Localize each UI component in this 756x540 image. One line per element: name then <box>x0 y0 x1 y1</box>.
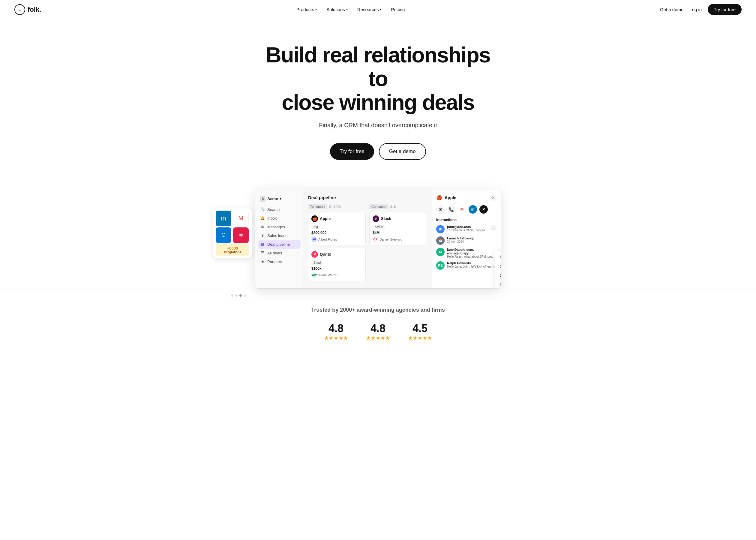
rating-number-1: 4.8 <box>324 322 348 335</box>
sidebar-item-inbox[interactable]: 🔔 Inbox <box>255 214 303 222</box>
deal-name-apple: 🍎 Apple <box>312 215 362 222</box>
demo-app-card: A Acme ▾ 🔍 Search 🔔 Inbox ✉ Messages <box>255 190 501 289</box>
apple-logo: 🍎 <box>312 215 318 222</box>
logo-face: ☺ <box>18 7 22 12</box>
hero-subtitle: Finally, a CRM that doesn't overcomplica… <box>6 122 750 129</box>
dot-1[interactable] <box>231 294 233 297</box>
pipeline-title: Deal pipeline <box>308 195 427 200</box>
get-demo-button[interactable]: Get a demo <box>660 7 684 12</box>
sidebar-item-messages[interactable]: ✉ Messages <box>255 222 303 231</box>
interaction-msg-4: Hello Jane, John, let's kick-off early..… <box>447 265 496 268</box>
nav-pricing[interactable]: Pricing <box>391 7 405 12</box>
interaction-more-1[interactable]: ··· <box>490 225 496 231</box>
pipeline-main: Deal pipeline To contact $1,300K 🍎 Apple <box>303 190 432 288</box>
context-menu: Find email Send email Call New note New … <box>495 250 501 289</box>
avatar-re: RE <box>436 261 444 270</box>
deal-tag-smes: SMEs <box>373 225 385 229</box>
phone-action-icon[interactable]: 📞 <box>447 205 455 213</box>
hero-title: Build real relationships to close winnin… <box>258 43 498 115</box>
try-free-button-nav[interactable]: Try for free <box>708 4 742 15</box>
context-call[interactable]: Call <box>495 271 501 280</box>
assignee-avatar-af: AF <box>312 237 317 242</box>
column-header-contacted: Contacted $1K <box>369 204 427 209</box>
deal-name-slack: # Slack <box>373 215 424 222</box>
interactions-title: Interactions <box>436 218 496 222</box>
chevron-down-icon: ▾ <box>380 8 381 11</box>
gmail-action-icon[interactable]: M <box>458 205 466 213</box>
nav-products[interactable]: Products ▾ <box>297 7 317 12</box>
message-icon: ✉ <box>260 225 265 229</box>
sidebar-item-deal-pipeline[interactable]: ▦ Deal pipeline <box>258 240 301 249</box>
nav-resources[interactable]: Resources ▾ <box>357 7 382 12</box>
sidebar-item-label: Inbox <box>267 216 277 220</box>
deal-name-qonto: ✕ Qonto <box>312 251 362 258</box>
interaction-date-2: 20 Apr, 2024 <box>447 240 496 243</box>
workspace-header[interactable]: A Acme ▾ <box>255 195 303 205</box>
app-sidebar: A Acme ▾ 🔍 Search 🔔 Inbox ✉ Messages <box>255 190 303 288</box>
hero-ctas: Try for free Get a demo <box>6 143 750 160</box>
carousel-dots <box>231 294 246 297</box>
apple-brand-icon: 🍎 <box>436 195 442 201</box>
dot-4[interactable] <box>244 294 246 297</box>
context-new-note[interactable]: New note <box>495 280 501 289</box>
partners-icon: ◈ <box>260 259 265 264</box>
ratings-row: 4.8 ★★★★★ 4.8 ★★★★★ 4.5 ★★★★★ <box>6 322 750 341</box>
integrations-more: +6000 Integrations <box>216 244 249 256</box>
integrations-float-card: in M O ✲ +6000 Integrations <box>213 208 252 258</box>
column-amount-contacted: $1K <box>390 205 396 208</box>
twitter-action-icon[interactable]: ✕ <box>479 205 488 213</box>
nav-solutions[interactable]: Solutions ▾ <box>326 7 348 12</box>
column-to-contact: To contact $1,300K 🍎 Apple Big $800,000 <box>308 204 366 284</box>
dot-2[interactable] <box>235 294 238 297</box>
linkedin-action-icon[interactable]: in <box>469 205 477 213</box>
interaction-item-2: 📅 Launch follow-up 20 Apr, 2024 <box>436 236 496 245</box>
context-send-email[interactable]: Send email <box>495 262 501 271</box>
get-demo-button-hero[interactable]: Get a demo <box>379 143 426 160</box>
sidebar-item-sales-leads[interactable]: $ Sales leads <box>255 231 303 240</box>
deal-amount-qonto: $100k <box>312 266 362 271</box>
sidebar-item-search[interactable]: 🔍 Search <box>255 205 303 214</box>
deal-assignee-apple: AF Albert Flores <box>312 237 362 242</box>
deal-tag-small: Small <box>312 260 323 265</box>
rating-item-3: 4.5 ★★★★★ <box>408 322 432 341</box>
deal-card-qonto[interactable]: ✕ Qonto Small $100k WW Wade Warren <box>308 248 366 281</box>
sidebar-item-label: Search <box>267 207 280 212</box>
sidebar-item-all-deals[interactable]: ☰ All deals <box>255 249 303 257</box>
gmail-integration-icon: M <box>233 210 249 226</box>
interaction-content-2: Launch follow-up 20 Apr, 2024 <box>447 236 496 243</box>
nav-right: Get a demo Log in Try for free <box>660 4 742 15</box>
email-action-icon[interactable]: ✉ <box>436 205 444 213</box>
dollar-icon: $ <box>260 233 265 238</box>
logo[interactable]: ☺ folk. <box>14 4 41 15</box>
try-free-button-hero[interactable]: Try for free <box>330 143 374 160</box>
assignee-avatar-ww: WW <box>312 272 317 278</box>
rating-item-2: 4.8 ★★★★★ <box>366 322 390 341</box>
nav-integration-icon: ✲ <box>233 227 249 243</box>
column-amount: $1,300K <box>329 205 341 208</box>
qonto-logo: ✕ <box>312 251 318 258</box>
hero-section: Build real relationships to close winnin… <box>0 19 756 178</box>
bell-icon: 🔔 <box>260 216 265 220</box>
deal-assignee-slack: DS Darrell Steward <box>373 237 424 242</box>
deal-amount-slack: $4M <box>373 231 424 235</box>
context-find-email[interactable]: Find email <box>495 252 501 262</box>
interaction-item-3: JA jane@apple.com, wade@do.app Hello Ral… <box>436 248 496 258</box>
login-button[interactable]: Log in <box>690 7 702 12</box>
rating-number-3: 4.5 <box>408 322 432 335</box>
sidebar-item-label: Messages <box>267 225 285 229</box>
sidebar-item-label: Sales leads <box>267 233 287 238</box>
panel-close-button[interactable]: ✕ <box>490 195 496 201</box>
avatar-ja: JA <box>436 248 444 256</box>
trusted-section: Trusted by 2000+ award-winning agencies … <box>0 289 756 353</box>
column-status-tag: To contact <box>308 204 327 209</box>
interaction-name-3: jane@apple.com, wade@do.app <box>447 248 496 255</box>
rating-stars-1: ★★★★★ <box>324 335 348 341</box>
deal-card-slack[interactable]: # Slack SMEs $4M DS Darrell Steward <box>369 212 427 245</box>
interaction-name-1: john@doe.com <box>447 225 488 228</box>
deal-assignee-qonto: WW Wade Warren <box>312 272 362 278</box>
dot-3-active[interactable] <box>239 294 242 297</box>
interaction-content-4: Ralph Edwards Hello Jane, John, let's ki… <box>447 261 496 268</box>
chevron-down-icon: ▾ <box>346 8 348 11</box>
sidebar-item-partners[interactable]: ◈ Partners <box>255 257 303 266</box>
deal-card-apple[interactable]: 🍎 Apple Big $800,000 AF Albert Flores <box>308 212 366 245</box>
